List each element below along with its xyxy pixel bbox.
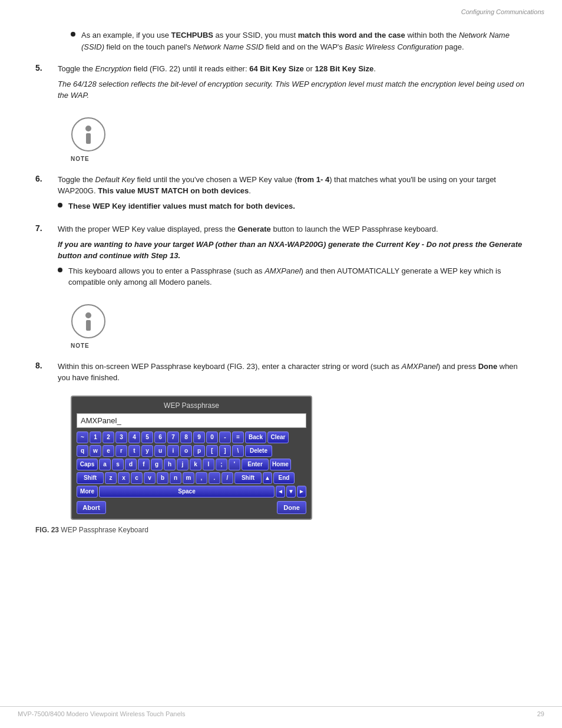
key-9[interactable]: 9 (193, 431, 205, 443)
key-n[interactable]: n (170, 472, 181, 484)
key-row-5: More Space ◄ ▼ ► (77, 486, 306, 498)
key-shift-left[interactable]: Shift (77, 472, 104, 484)
key-z[interactable]: z (105, 472, 117, 484)
key-4[interactable]: 4 (128, 431, 140, 443)
key-7[interactable]: 7 (167, 431, 179, 443)
step-5: 5. Toggle the Encryption field (FIG. 22)… (35, 63, 527, 105)
step-6-content: Toggle the Default Key field until the y… (58, 174, 527, 216)
bullet-block-1: As an example, if you use TECHPUBS as yo… (71, 29, 527, 52)
key-end[interactable]: End (273, 472, 295, 484)
step-8: 8. Within this on-screen WEP Passphrase … (35, 361, 527, 387)
svg-rect-5 (86, 320, 91, 331)
key-b[interactable]: b (157, 472, 168, 484)
step-5-num: 5. (35, 63, 53, 73)
key-j[interactable]: j (177, 459, 189, 470)
key-y[interactable]: y (141, 445, 153, 457)
svg-point-1 (85, 126, 91, 131)
step-6-text: Toggle the Default Key field until the y… (58, 174, 527, 197)
step-5-text: Toggle the Encryption field (FIG. 22) un… (58, 63, 527, 75)
key-o[interactable]: o (180, 445, 192, 457)
fig-caption-text: WEP Passphrase Keyboard (61, 526, 148, 534)
key-period[interactable]: . (209, 472, 220, 484)
step-7-italic: If you are wanting to have your target W… (58, 239, 527, 262)
svg-rect-2 (86, 133, 91, 144)
key-equals[interactable]: = (232, 431, 244, 443)
key-8[interactable]: 8 (180, 431, 192, 443)
key-rbracket[interactable]: ] (219, 445, 231, 457)
key-lbracket[interactable]: [ (206, 445, 218, 457)
key-shift-right[interactable]: Shift (234, 472, 262, 484)
page-footer: MVP-7500/8400 Modero Viewpoint Wireless … (0, 706, 562, 717)
bullet-text-1: As an example, if you use TECHPUBS as yo… (81, 29, 527, 52)
key-w[interactable]: w (90, 445, 101, 457)
bullet-item-1: As an example, if you use TECHPUBS as yo… (71, 29, 527, 52)
key-more[interactable]: More (77, 486, 98, 498)
key-i[interactable]: i (167, 445, 179, 457)
key-t[interactable]: t (128, 445, 140, 457)
key-r[interactable]: r (115, 445, 127, 457)
step-7-bullet-text: This keyboard allows you to enter a Pass… (68, 265, 527, 288)
key-6[interactable]: 6 (154, 431, 166, 443)
wep-keyboard: WEP Passphrase ~ 1 2 3 4 5 6 7 8 9 0 - =… (71, 396, 312, 520)
keyboard-input[interactable] (77, 413, 306, 428)
key-tilde[interactable]: ~ (77, 431, 88, 443)
step-7: 7. With the proper WEP Key value display… (35, 223, 527, 292)
key-semicolon[interactable]: ; (216, 459, 227, 470)
key-comma[interactable]: , (196, 472, 207, 484)
step-5-content: Toggle the Encryption field (FIG. 22) un… (58, 63, 527, 105)
key-3[interactable]: 3 (115, 431, 127, 443)
key-caps[interactable]: Caps (77, 459, 98, 470)
key-0[interactable]: 0 (206, 431, 218, 443)
key-5[interactable]: 5 (141, 431, 153, 443)
key-down[interactable]: ▼ (286, 486, 296, 498)
key-slash[interactable]: / (222, 472, 233, 484)
key-delete[interactable]: Delete (245, 445, 272, 457)
key-space[interactable]: Space (99, 486, 275, 498)
key-minus[interactable]: - (219, 431, 231, 443)
key-p[interactable]: p (193, 445, 205, 457)
key-f[interactable]: f (138, 459, 150, 470)
step-6-num: 6. (35, 174, 53, 183)
note-label-1: NOTE (71, 156, 90, 162)
key-enter[interactable]: Enter (242, 459, 269, 470)
step-7-content: With the proper WEP Key value displayed,… (58, 223, 527, 292)
key-l[interactable]: l (203, 459, 214, 470)
keyboard-action-row: Abort Done (77, 501, 306, 514)
footer-right: 29 (537, 710, 544, 717)
key-2[interactable]: 2 (103, 431, 114, 443)
key-g[interactable]: g (151, 459, 163, 470)
key-c[interactable]: c (131, 472, 143, 484)
step-6-bullet-text: These WEP Key identifier values must mat… (68, 200, 527, 212)
key-x[interactable]: x (118, 472, 130, 484)
key-quote[interactable]: ' (229, 459, 240, 470)
note-block-1: NOTE (71, 117, 527, 162)
key-row-2: q w e r t y u i o p [ ] \ Delete (77, 445, 306, 457)
key-m[interactable]: m (183, 472, 194, 484)
note-icon-1 (71, 117, 106, 152)
key-1[interactable]: 1 (90, 431, 101, 443)
key-right[interactable]: ► (297, 486, 306, 498)
key-a[interactable]: a (99, 459, 111, 470)
key-done[interactable]: Done (277, 501, 306, 514)
svg-point-4 (85, 312, 91, 318)
footer-left: MVP-7500/8400 Modero Viewpoint Wireless … (18, 710, 186, 717)
key-h[interactable]: h (164, 459, 176, 470)
key-v[interactable]: v (144, 472, 156, 484)
key-d[interactable]: d (125, 459, 137, 470)
key-row-1: ~ 1 2 3 4 5 6 7 8 9 0 - = Back Clear (77, 431, 306, 443)
key-home[interactable]: Home (270, 459, 291, 470)
key-k[interactable]: k (190, 459, 201, 470)
key-u[interactable]: u (154, 445, 166, 457)
key-up[interactable]: ▲ (263, 472, 272, 484)
note-block-2: NOTE (71, 304, 527, 349)
step-6-bullet: These WEP Key identifier values must mat… (58, 200, 527, 212)
key-back[interactable]: Back (245, 431, 266, 443)
key-s[interactable]: s (112, 459, 124, 470)
key-left[interactable]: ◄ (276, 486, 285, 498)
bullet-dot (71, 32, 75, 37)
key-abort[interactable]: Abort (77, 501, 106, 514)
key-q[interactable]: q (77, 445, 88, 457)
key-e[interactable]: e (103, 445, 114, 457)
key-backslash[interactable]: \ (232, 445, 244, 457)
key-clear[interactable]: Clear (267, 431, 289, 443)
